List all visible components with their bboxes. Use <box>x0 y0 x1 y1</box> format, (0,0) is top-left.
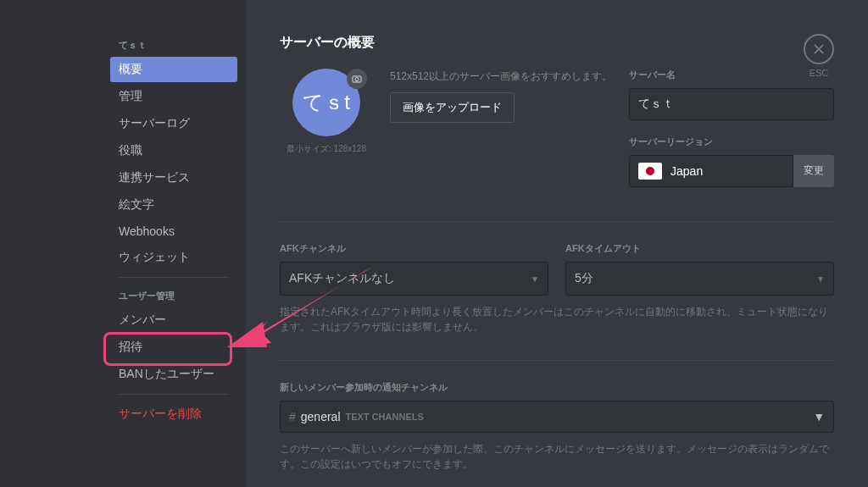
change-region-button[interactable]: 変更 <box>793 155 834 187</box>
user-management-header: ユーザー管理 <box>110 285 237 307</box>
afk-timeout-label: AFKタイムアウト <box>565 242 834 255</box>
close-area: ESC <box>804 34 834 78</box>
chevron-down-icon: ▼ <box>813 410 825 423</box>
sidebar-item-audit-log[interactable]: サーバーログ <box>110 111 237 136</box>
divider <box>119 277 229 278</box>
sidebar-item-roles[interactable]: 役職 <box>110 138 237 163</box>
svg-point-2 <box>355 78 359 81</box>
sidebar-item-overview[interactable]: 概要 <box>110 57 237 82</box>
server-avatar[interactable]: てｓt <box>292 69 360 136</box>
server-name-input[interactable] <box>629 88 834 120</box>
close-button[interactable] <box>804 34 834 64</box>
system-channel-select[interactable]: # general TEXT CHANNELS ▼ <box>280 401 834 433</box>
sidebar-item-bans[interactable]: BANしたユーザー <box>110 362 237 387</box>
afk-channel-label: AFKチャンネル <box>280 242 548 255</box>
sidebar-item-invites[interactable]: 招待 <box>110 335 237 360</box>
region-value: Japan <box>670 164 703 178</box>
close-label: ESC <box>804 68 834 78</box>
delete-server-button[interactable]: サーバーを削除 <box>110 401 237 427</box>
close-icon <box>812 42 826 56</box>
sidebar-item-widget[interactable]: ウィジェット <box>110 245 237 270</box>
upload-hint: 512x512以上のサーバー画像をおすすめします。 <box>390 69 612 84</box>
afk-help-text: 指定されたAFKタイムアウト時間より長く放置したメンバーはこのチャンネルに自動的… <box>280 304 834 335</box>
chevron-down-icon: ▼ <box>531 274 539 284</box>
sidebar-item-moderation[interactable]: 管理 <box>110 84 237 109</box>
upload-indicator-icon <box>347 69 367 89</box>
sidebar-item-webhooks[interactable]: Webhooks <box>110 219 237 243</box>
upload-image-button[interactable]: 画像をアップロード <box>390 92 515 123</box>
japan-flag-icon <box>638 163 662 180</box>
server-name-header: てｓｔ <box>110 34 237 57</box>
main-content: ESC サーバーの概要 てｓt 最小サイズ: 128x128 512x512以上… <box>246 0 868 487</box>
afk-channel-select[interactable]: AFKチャンネルなし ▼ <box>280 262 548 296</box>
region-display: Japan <box>629 155 793 187</box>
chevron-down-icon: ▼ <box>816 274 825 284</box>
afk-timeout-select[interactable]: 5分 ▼ <box>565 262 834 296</box>
divider <box>280 221 834 222</box>
sidebar-item-integrations[interactable]: 連携サービス <box>110 165 237 191</box>
server-region-label: サーバーリージョン <box>629 136 834 148</box>
page-title: サーバーの概要 <box>280 34 834 52</box>
new-member-channel-label: 新しいメンバー参加時の通知チャンネル <box>280 381 834 394</box>
new-member-help-text: このサーバーへ新しいメンバーが参加した際、このチャンネルにメッセージを送ります。… <box>280 441 834 472</box>
divider <box>280 360 834 361</box>
avatar-min-size-hint: 最小サイズ: 128x128 <box>280 143 373 155</box>
sidebar-item-emoji[interactable]: 絵文字 <box>110 192 237 218</box>
sidebar-item-members[interactable]: メンバー <box>110 307 237 333</box>
hash-icon: # <box>289 410 296 423</box>
divider <box>119 394 229 395</box>
settings-sidebar: てｓｔ 概要 管理 サーバーログ 役職 連携サービス 絵文字 Webhooks … <box>0 0 246 487</box>
